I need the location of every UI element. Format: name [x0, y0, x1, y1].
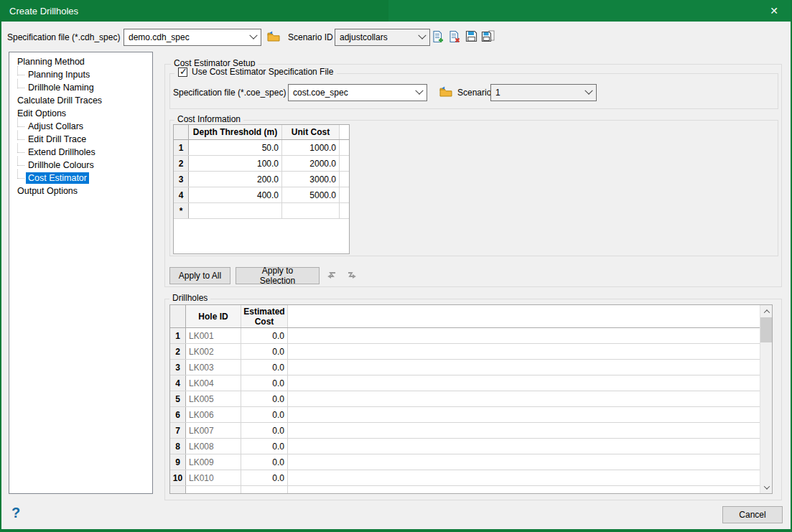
scenario-id-combo[interactable]: adjustcollars — [335, 29, 430, 46]
cell-depth-threshold[interactable]: 200.0 — [189, 172, 282, 187]
row-header-cell[interactable]: 5 — [170, 391, 186, 406]
cell-hole-id[interactable]: LK010 — [186, 470, 241, 485]
row-header-cell[interactable]: 3 — [174, 172, 189, 187]
cancel-button[interactable]: Cancel — [722, 506, 783, 523]
scroll-down-button[interactable] — [760, 481, 773, 493]
cell-hole-id[interactable]: LK007 — [186, 423, 241, 438]
delete-scenario-button[interactable] — [447, 29, 462, 45]
row-header-cell[interactable]: * — [174, 203, 189, 218]
row-header-cell[interactable]: 6 — [170, 407, 186, 422]
row-header-cell[interactable]: 2 — [170, 344, 186, 359]
row-header-cell[interactable]: 4 — [170, 375, 186, 391]
cell-hole-id[interactable]: LK008 — [186, 439, 241, 454]
save-button[interactable] — [463, 29, 479, 45]
apply-to-all-button[interactable]: Apply to All — [169, 267, 230, 284]
apply-to-selection-button[interactable]: Apply to Selection — [236, 267, 320, 284]
cell-depth-threshold[interactable] — [189, 203, 282, 218]
cell-depth-threshold[interactable]: 50.0 — [189, 140, 282, 155]
cell-hole-id[interactable]: LK003 — [186, 360, 241, 375]
zigzag-arrow-left-icon — [326, 271, 338, 284]
row-header-cell[interactable]: 2 — [174, 156, 189, 171]
add-scenario-button[interactable] — [430, 29, 446, 45]
sidebar-item-edit-drill-trace[interactable]: Edit Drill Trace — [9, 133, 152, 146]
cell-estimated-cost[interactable]: 0.0 — [241, 375, 288, 391]
create-drillholes-dialog: Create Drillholes ✕ Specification file (… — [0, 0, 792, 532]
scenario-id-value: adjustcollars — [340, 32, 388, 42]
sidebar-item-edit-options[interactable]: Edit Options — [9, 107, 152, 120]
chevron-down-icon — [763, 483, 769, 489]
row-header-cell[interactable]: 1 — [170, 328, 186, 343]
close-icon: ✕ — [770, 5, 778, 17]
cell-hole-id[interactable]: LK005 — [186, 391, 241, 406]
cell-estimated-cost[interactable]: 0.0 — [241, 360, 288, 375]
corner-cell[interactable] — [174, 125, 189, 139]
row-header-cell[interactable]: 9 — [170, 454, 186, 470]
sidebar-item-planning-inputs[interactable]: Planning Inputs — [9, 68, 152, 81]
cell-estimated-cost[interactable]: 0.0 — [241, 470, 288, 485]
cell-estimated-cost[interactable]: 0.0 — [241, 423, 288, 438]
sidebar-item-planning-method[interactable]: Planning Method — [9, 55, 152, 68]
table-row: 2LK0020.0 — [170, 344, 772, 360]
cell-unit-cost[interactable]: 3000.0 — [282, 172, 340, 187]
column-header-hole-id[interactable]: Hole ID — [186, 305, 241, 327]
use-spec-checkbox[interactable] — [178, 67, 187, 77]
row-header-cell[interactable]: 1 — [174, 140, 189, 155]
cell-estimated-cost[interactable] — [241, 486, 288, 494]
cdh-spec-file-combo[interactable]: demo.cdh_spec — [124, 29, 261, 46]
browse-cdh-spec-button[interactable] — [266, 29, 281, 45]
row-header-cell[interactable]: 10 — [170, 470, 186, 485]
table-row: 3200.03000.0 — [174, 172, 349, 187]
row-header-cell[interactable]: 3 — [170, 360, 186, 375]
cell-estimated-cost[interactable]: 0.0 — [241, 328, 288, 343]
scroll-up-button[interactable] — [760, 305, 773, 317]
browse-coe-spec-button[interactable] — [438, 85, 454, 101]
chevron-up-icon — [763, 309, 769, 315]
cell-hole-id[interactable] — [186, 486, 241, 494]
sidebar-item-output-options[interactable]: Output Options — [9, 185, 152, 197]
cost-information-table: Depth Threshold (m)Unit Cost150.01000.02… — [173, 124, 350, 254]
sidebar-item-adjust-collars[interactable]: Adjust Collars — [9, 120, 152, 133]
dialog-title: Create Drillholes — [1, 6, 78, 17]
cell-unit-cost[interactable] — [282, 203, 340, 218]
column-header-estimated-cost[interactable]: Estimated Cost — [241, 305, 288, 327]
cell-hole-id[interactable]: LK004 — [186, 375, 241, 391]
drillholes-scrollbar[interactable] — [760, 305, 772, 493]
sidebar-item-calculate-drill-traces[interactable]: Calculate Drill Traces — [9, 94, 152, 107]
coe-spec-file-combo[interactable]: cost.coe_spec — [288, 84, 427, 101]
cell-estimated-cost[interactable]: 0.0 — [241, 344, 288, 359]
cell-estimated-cost[interactable]: 0.0 — [241, 454, 288, 470]
cell-hole-id[interactable]: LK009 — [186, 454, 241, 470]
cell-hole-id[interactable]: LK006 — [186, 407, 241, 422]
sidebar-item-drillhole-naming[interactable]: Drillhole Naming — [9, 81, 152, 94]
row-header-cell[interactable]: 8 — [170, 439, 186, 454]
cell-depth-threshold[interactable]: 100.0 — [189, 156, 282, 171]
sidebar-item-drillhole-colours[interactable]: Drillhole Colours — [9, 159, 152, 172]
tree-connector — [17, 120, 26, 133]
drillholes-title: Drillholes — [169, 293, 210, 303]
close-button[interactable]: ✕ — [758, 0, 791, 22]
row-header-cell[interactable] — [170, 486, 186, 494]
cell-hole-id[interactable]: LK001 — [186, 328, 241, 343]
save-as-button[interactable] — [480, 29, 495, 45]
help-button[interactable]: ? — [11, 505, 20, 521]
apply-down-button[interactable] — [343, 269, 359, 285]
row-header-cell[interactable]: 7 — [170, 423, 186, 438]
cell-unit-cost[interactable]: 2000.0 — [282, 156, 340, 171]
cell-hole-id[interactable]: LK002 — [186, 344, 241, 359]
scrollbar-thumb[interactable] — [760, 317, 773, 342]
cell-unit-cost[interactable]: 5000.0 — [282, 187, 340, 202]
coe-scenario-id-combo[interactable]: 1 — [490, 84, 597, 101]
cell-estimated-cost[interactable]: 0.0 — [241, 439, 288, 454]
cell-estimated-cost[interactable]: 0.0 — [241, 391, 288, 406]
sidebar-item-extend-drillholes[interactable]: Extend Drillholes — [9, 146, 152, 159]
column-header-unit-cost[interactable]: Unit Cost — [282, 125, 340, 139]
cell-unit-cost[interactable]: 1000.0 — [282, 140, 340, 155]
sidebar-item-cost-estimator[interactable]: Cost Estimator — [9, 172, 152, 185]
cell-estimated-cost[interactable]: 0.0 — [241, 407, 288, 422]
apply-up-button[interactable] — [324, 269, 340, 285]
save-icon — [465, 30, 477, 45]
row-header-cell[interactable]: 4 — [174, 187, 189, 202]
cell-depth-threshold[interactable]: 400.0 — [189, 187, 282, 202]
corner-cell[interactable] — [170, 305, 186, 327]
column-header-depth-threshold-m[interactable]: Depth Threshold (m) — [189, 125, 282, 139]
